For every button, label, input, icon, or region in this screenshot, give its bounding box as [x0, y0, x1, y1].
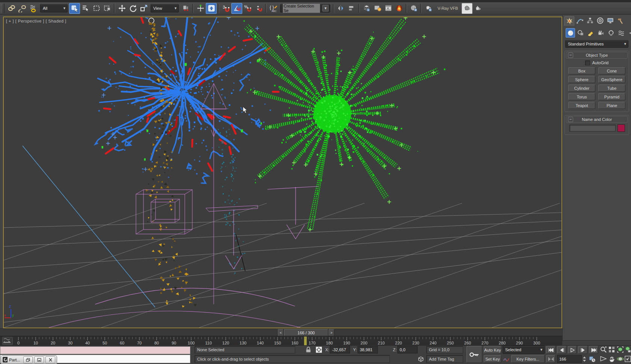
select-and-scale-button[interactable]	[138, 3, 149, 14]
subtab-cameras[interactable]	[596, 28, 605, 38]
mirror-button[interactable]	[335, 3, 346, 14]
object-type-button-plane[interactable]: Plane	[598, 102, 625, 109]
snap-toggle-3d-button[interactable]: 3	[220, 3, 231, 14]
tab-utilities[interactable]	[616, 16, 625, 25]
object-type-button-sphere[interactable]: Sphere	[568, 76, 595, 83]
toolbar-drag-handle[interactable]	[1, 3, 5, 13]
orbit-view-button[interactable]	[616, 355, 624, 363]
go-to-end-button[interactable]	[589, 346, 598, 354]
auto-key-button[interactable]: Auto Key	[484, 346, 501, 354]
maxscript-mini-listener-pink[interactable]	[0, 346, 190, 354]
spinner-snap-toggle-button[interactable]	[253, 3, 264, 14]
default-tangent-button[interactable]	[503, 355, 510, 363]
graphite-ribbon-toggle-button[interactable]	[372, 3, 383, 14]
next-frame-arrow[interactable]: >	[329, 329, 334, 336]
key-filters-button[interactable]: Key Filters...	[511, 355, 545, 363]
bind-to-space-warp-button[interactable]	[28, 3, 39, 14]
select-and-rotate-button[interactable]	[127, 3, 138, 14]
percent-snap-toggle-button[interactable]: %	[242, 3, 253, 14]
layer-manager-button[interactable]	[361, 3, 372, 14]
isolate-selection-toggle[interactable]	[417, 355, 425, 363]
object-type-button-cone[interactable]: Cone	[598, 67, 625, 74]
key-mode-toggle-button[interactable]	[546, 355, 556, 363]
angle-snap-toggle-button[interactable]	[231, 3, 242, 14]
zoom-all-button[interactable]	[608, 346, 616, 353]
object-type-rollout-header[interactable]: – Object Type	[566, 52, 628, 59]
play-animation-button[interactable]	[568, 346, 577, 354]
name-and-color-rollout-header[interactable]: – Name and Color	[566, 116, 628, 123]
use-pivot-point-center-button[interactable]	[180, 3, 191, 14]
edit-named-selection-sets-button[interactable]: { }ABC	[268, 3, 279, 14]
tab-create[interactable]	[564, 16, 574, 26]
subtab-lights[interactable]	[586, 28, 595, 38]
go-to-start-button[interactable]	[546, 346, 556, 354]
render-iterative-button[interactable]	[472, 3, 483, 14]
window-crossing-toggle-button[interactable]	[102, 3, 113, 14]
frame-spinner[interactable]	[582, 355, 587, 363]
category-combo[interactable]: Standard Primitives▼	[565, 40, 628, 48]
set-keys-button[interactable]	[466, 346, 482, 363]
subtab-shapes[interactable]	[576, 28, 585, 38]
select-by-name-button[interactable]	[80, 3, 91, 14]
unlink-selection-button[interactable]	[17, 3, 28, 14]
tab-display[interactable]	[605, 16, 615, 25]
render-setup-button[interactable]	[408, 3, 419, 14]
viewport-label[interactable]: [ + ] [ Perspective ] [ Shaded ]	[6, 19, 66, 23]
rendered-frame-window-button[interactable]	[423, 3, 434, 14]
select-and-move-button[interactable]	[116, 3, 127, 14]
tab-hierarchy[interactable]	[585, 16, 595, 25]
chevron-down-icon[interactable]: ▼	[322, 5, 329, 12]
subtab-space-warps[interactable]	[616, 28, 626, 38]
object-name-field[interactable]	[569, 125, 616, 131]
key-selection-combo[interactable]: Selected▼	[503, 346, 545, 354]
select-and-manipulate-button[interactable]	[195, 3, 206, 14]
close-window-button[interactable]	[45, 356, 55, 363]
curve-editor-button[interactable]	[383, 3, 394, 14]
y-coordinate-field[interactable]: 38,981	[358, 346, 378, 353]
named-selection-set-combo[interactable]: Create Selection Se ▼	[280, 4, 330, 12]
zoom-extents-button[interactable]	[616, 346, 624, 353]
previous-frame-button[interactable]	[557, 346, 566, 354]
viewport-canvas[interactable]: xyz	[4, 17, 562, 328]
viewport-perspective[interactable]: xyz [ + ] [ Perspective ] [ Shaded ]	[3, 17, 562, 328]
select-object-button[interactable]	[69, 3, 80, 14]
track-bar[interactable]: 0102030405060708090100110120130140150160…	[0, 336, 562, 346]
time-configuration-button[interactable]	[588, 355, 596, 363]
autogrid-checkbox[interactable]	[585, 60, 590, 65]
object-type-button-cylinder[interactable]: Cylinder	[568, 85, 595, 92]
x-coordinate-field[interactable]: -32,657	[330, 346, 350, 353]
selection-filter-combo[interactable]: All▼	[40, 4, 68, 12]
absolute-offset-mode-toggle[interactable]	[315, 346, 323, 353]
maximize-viewport-toggle[interactable]	[625, 355, 631, 363]
selection-lock-toggle[interactable]	[304, 346, 312, 353]
time-slider-thumb[interactable]: < 166 / 300 >	[278, 329, 334, 335]
subtab-helpers[interactable]	[606, 28, 616, 38]
align-button[interactable]	[346, 3, 357, 14]
tab-modify[interactable]	[575, 16, 584, 25]
current-frame-field[interactable]: 166	[557, 355, 582, 363]
time-slider-value[interactable]: 166 / 300	[284, 329, 328, 336]
keyboard-shortcut-override-button[interactable]	[206, 3, 217, 14]
material-editor-button[interactable]	[394, 3, 405, 14]
select-and-link-button[interactable]	[6, 3, 17, 14]
subtab-systems[interactable]	[626, 28, 631, 38]
object-type-button-geosphere[interactable]: GeoSphere	[598, 76, 625, 83]
tab-motion[interactable]	[595, 16, 605, 25]
add-time-tag-button[interactable]: Add Time Tag	[426, 355, 463, 363]
zoom-viewport-button[interactable]	[599, 346, 607, 353]
object-type-button-teapot[interactable]: Teapot	[568, 102, 595, 109]
z-coordinate-field[interactable]: 0,0	[397, 346, 418, 353]
object-color-swatch[interactable]	[617, 124, 625, 132]
field-of-view-button[interactable]	[599, 355, 607, 363]
set-key-button[interactable]: Set Key	[484, 355, 501, 363]
object-type-button-torus[interactable]: Torus	[568, 93, 595, 100]
previous-frame-arrow[interactable]: <	[278, 329, 284, 336]
pan-view-button[interactable]	[608, 355, 616, 363]
minimized-particle-view-window[interactable]: Part...	[1, 355, 57, 364]
rectangular-selection-region-button[interactable]	[91, 3, 102, 14]
object-type-button-box[interactable]: Box	[568, 67, 595, 74]
open-mini-curve-editor-button[interactable]	[2, 337, 13, 345]
restore-window-button[interactable]	[23, 356, 33, 363]
time-slider-track[interactable]: < 166 / 300 >	[0, 328, 562, 336]
minimize-window-button[interactable]	[34, 356, 44, 363]
